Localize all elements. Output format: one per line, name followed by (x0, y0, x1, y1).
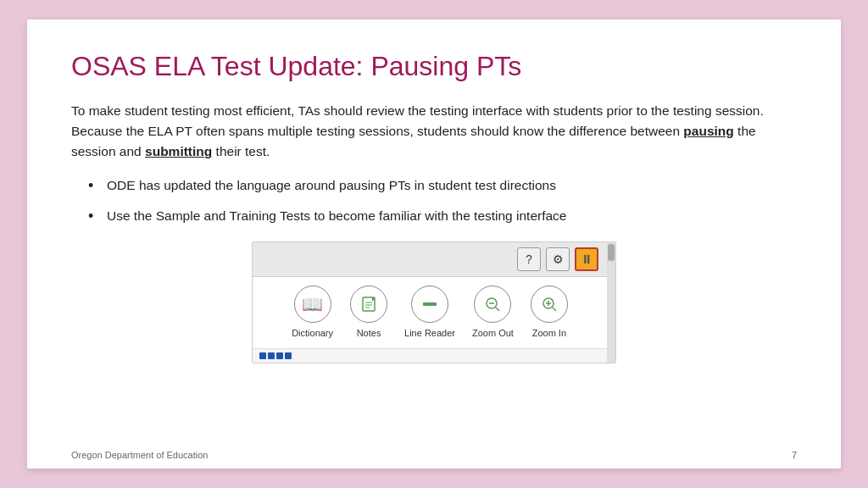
pause-button[interactable]: ⏸ (575, 247, 598, 271)
zoom-out-icon (474, 286, 511, 323)
settings-button[interactable]: ⚙ (546, 247, 570, 271)
line-reader-icon (411, 286, 448, 323)
scrollbar-thumb (608, 244, 615, 261)
progress-dots (253, 348, 607, 363)
dot-1 (259, 352, 266, 359)
zoom-in-tool[interactable]: Zoom In (531, 286, 568, 341)
zoom-in-icon (531, 286, 568, 323)
interface-screenshot: ? ⚙ ⏸ 📖 Dictionary (252, 241, 616, 363)
zoom-out-label: Zoom Out (472, 326, 514, 341)
slide-title: OSAS ELA Test Update: Pausing PTs (71, 50, 797, 82)
line-reader-label: Line Reader (404, 326, 455, 341)
dictionary-tool[interactable]: 📖 Dictionary (292, 286, 333, 341)
footer-org: Oregon Department of Education (71, 450, 208, 460)
intro-paragraph: To make student testing most efficient, … (71, 101, 797, 162)
slide: OSAS ELA Test Update: Pausing PTs To mak… (27, 19, 841, 469)
slide-footer: Oregon Department of Education 7 (71, 450, 797, 460)
zoom-out-tool[interactable]: Zoom Out (472, 286, 514, 341)
help-button[interactable]: ? (517, 247, 541, 271)
notes-tool[interactable]: Notes (350, 286, 387, 341)
notes-label: Notes (357, 326, 381, 341)
bullet-list: ODE has updated the language around paus… (88, 175, 797, 226)
toolbar-top: ? ⚙ ⏸ (253, 242, 607, 277)
dictionary-label: Dictionary (292, 326, 333, 341)
dot-3 (276, 352, 283, 359)
bullet-item-1: ODE has updated the language around paus… (88, 175, 797, 196)
zoom-in-label: Zoom In (532, 326, 566, 341)
toolbar-icons: 📖 Dictionary (253, 277, 607, 347)
help-icon: ? (526, 251, 532, 269)
settings-icon: ⚙ (553, 251, 564, 269)
submitting-text: submitting (145, 144, 212, 158)
pause-icon: ⏸ (581, 251, 593, 269)
dot-4 (285, 352, 292, 359)
svg-rect-4 (423, 302, 437, 306)
slide-body: To make student testing most efficient, … (71, 101, 797, 363)
line-reader-tool[interactable]: Line Reader (404, 286, 455, 341)
notes-icon (350, 286, 387, 323)
scrollbar[interactable] (607, 242, 615, 362)
interface-main: ? ⚙ ⏸ 📖 Dictionary (253, 242, 607, 362)
interface-inner: ? ⚙ ⏸ 📖 Dictionary (253, 242, 615, 362)
dictionary-icon: 📖 (294, 286, 331, 323)
svg-line-7 (496, 308, 499, 311)
dot-2 (268, 352, 275, 359)
svg-line-11 (553, 308, 556, 311)
pausing-text: pausing (683, 124, 733, 138)
footer-page: 7 (792, 450, 797, 460)
bullet-item-2: Use the Sample and Training Tests to bec… (88, 206, 797, 226)
